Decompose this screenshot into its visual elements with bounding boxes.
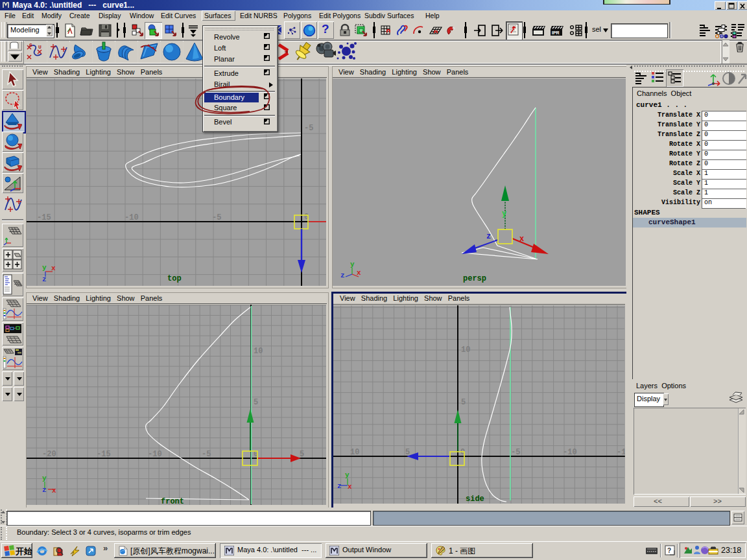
svg-text:-1: -1	[617, 448, 625, 457]
svg-text:-15: -15	[97, 450, 111, 459]
svg-text:-5: -5	[304, 124, 313, 133]
svg-text:y: y	[42, 474, 47, 482]
svg-text:-10: -10	[563, 448, 577, 457]
svg-text:x: x	[52, 487, 56, 495]
svg-text:5: 5	[300, 450, 304, 459]
svg-text:10: 10	[461, 345, 470, 355]
svg-text:-5: -5	[202, 450, 211, 459]
svg-text:G: G	[29, 42, 32, 48]
svg-text:U: U	[38, 44, 42, 50]
svg-text:10: 10	[254, 347, 263, 356]
svg-text:-10: -10	[124, 213, 139, 222]
svg-text:y: y	[350, 261, 355, 268]
svg-text:x: x	[51, 264, 56, 272]
svg-text:side: side	[466, 495, 484, 504]
svg-text:y: y	[345, 471, 350, 479]
svg-text:x: x	[348, 483, 352, 491]
svg-text:-5: -5	[212, 213, 221, 222]
svg-text:5: 5	[461, 398, 466, 407]
svg-text:y: y	[42, 264, 47, 272]
svg-text:-15: -15	[37, 213, 51, 222]
svg-text:z: z	[42, 486, 47, 494]
svg-text:x: x	[357, 269, 361, 277]
svg-text:z: z	[337, 482, 342, 490]
svg-text:-5: -5	[511, 448, 520, 457]
svg-text:-20: -20	[42, 450, 56, 459]
svg-text:x: x	[519, 235, 524, 244]
svg-text:y: y	[502, 209, 506, 218]
svg-text:front: front	[161, 497, 184, 505]
svg-text:-10: -10	[148, 450, 162, 459]
svg-text:?: ?	[667, 547, 671, 554]
svg-text:5: 5	[254, 398, 258, 407]
svg-text:z: z	[486, 232, 491, 241]
svg-text:top: top	[167, 274, 182, 283]
svg-text:IPR: IPR	[552, 30, 560, 35]
svg-text:z: z	[340, 272, 345, 279]
svg-text:10: 10	[350, 448, 359, 457]
svg-text:persp: persp	[463, 274, 486, 283]
svg-text:z: z	[42, 275, 47, 283]
